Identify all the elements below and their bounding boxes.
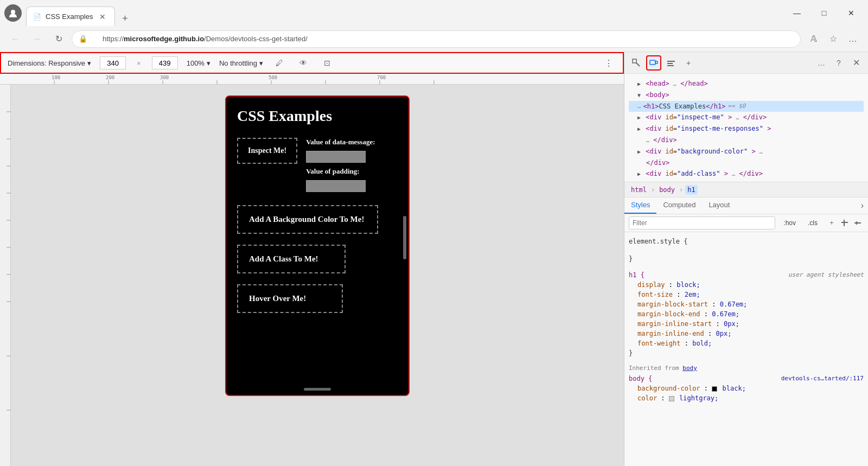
address-input-field[interactable]: 🔒 https://microsoftedge.github.io/Demos/… [72,30,801,48]
browser-window: 📄 CSS Examples ✕ + — □ ✕ ← → ↻ 🔒 https:/… [0,0,868,466]
body-color-line: color : lightgray; [637,393,864,403]
filter-bar: :hov .cls + [624,214,868,232]
dimensions-dropdown-icon: ▾ [87,59,91,67]
device-frame: CSS Examples Inspect Me! Value of data-m… [225,95,410,396]
toolbar-more-button[interactable]: ⋮ [601,55,616,71]
devtools-more-button[interactable]: … [814,55,829,71]
vision-deficiency-button[interactable]: 👁 [296,55,311,71]
add-class-button[interactable]: Add A Class To Me! [237,245,346,273]
add-style-rule-button[interactable]: + [826,217,838,229]
elements-panel-button[interactable] [663,55,679,71]
bg-color-swatch[interactable] [712,386,717,392]
dom-head-line[interactable]: ▶ <head> … </head> [629,78,864,90]
add-class-section: Add A Class To Me! [237,245,398,273]
device-hscrollbar [304,388,331,391]
dom-bg-color-line[interactable]: ▶ <div id="background-color" > … [629,146,864,157]
styles-tab[interactable]: Styles [624,197,656,214]
throttle-dropdown-icon: ▾ [259,59,263,67]
read-aloud-button[interactable]: 𝔸 [805,30,822,48]
minimize-button[interactable]: — [784,4,809,22]
maximize-button[interactable]: □ [812,4,837,22]
breadcrumb-html[interactable]: html [629,185,649,195]
dom-inspect-me-responses-close[interactable]: … </div> [629,135,864,146]
more-tabs-button[interactable]: › [857,197,868,214]
data-message-input [306,151,366,163]
layout-tab[interactable]: Layout [702,197,736,214]
dom-bg-color-close[interactable]: </div> [629,157,864,168]
breadcrumb-h1[interactable]: h1 [685,185,697,195]
color-swatch[interactable] [669,396,674,401]
computed-tab[interactable]: Computed [656,197,702,214]
forward-button[interactable]: → [28,30,46,48]
inspect-me-button[interactable]: Inspect Me! [237,138,297,164]
throttle-select[interactable]: No throttling ▾ [219,59,263,67]
devtools-toolbar: + … ? ✕ [624,52,868,74]
lock-icon: 🔒 [79,35,87,43]
horizontal-ruler: 100 200 300 500 700 [0,74,624,85]
add-bg-color-button[interactable]: Add A Background Color To Me! [237,205,378,234]
svg-text:300: 300 [160,75,169,80]
devtools-close-button[interactable]: ✕ [848,55,864,71]
hov-filter-button[interactable]: :hov [780,218,800,228]
dom-body-triangle: ▼ [637,91,641,100]
h1-font-weight-line: font-weight : bold; [637,339,864,348]
dom-add-class-line[interactable]: ▶ <div id="add-class" > … </div> [629,168,864,180]
device-emulation-button[interactable] [646,55,661,71]
h1-selector: h1 { [629,271,644,279]
breadcrumb-sep-1: › [651,186,655,194]
inherited-body-link[interactable]: body [682,365,697,372]
url-display: https://microsoftedge.github.io/Demos/de… [92,35,308,43]
padding-input [306,180,366,192]
devtools-help-button[interactable]: ? [831,55,846,71]
svg-rect-26 [633,59,636,63]
dimensions-select[interactable]: Dimensions: Responsive ▾ [8,59,91,67]
new-style-rule-button[interactable] [839,217,851,229]
dom-h1-line[interactable]: … <h1> CSS Examples </h1> == $0 [629,101,864,112]
data-message-label: Value of data-message: [306,138,375,146]
dom-inspect-me-responses-line[interactable]: ▶ <div id="inspect-me-responses" > [629,123,864,135]
color-picker-button[interactable]: 🖊 [272,55,287,71]
profile-icon[interactable] [4,4,22,22]
h1-source[interactable]: user agent stylesheet [788,270,864,280]
inspect-element-button[interactable] [629,55,644,71]
breadcrumb-body[interactable]: body [657,185,677,195]
back-button[interactable]: ← [7,30,24,48]
title-bar: 📄 CSS Examples ✕ + — □ ✕ [0,0,868,26]
new-panel-button[interactable]: + [681,55,696,71]
new-tab-button[interactable]: + [117,11,132,26]
refresh-button[interactable]: ↻ [50,30,67,48]
toggle-style-button[interactable] [852,217,864,229]
breadcrumb-sep-2: › [679,186,683,194]
url-protocol: https:// [103,35,124,43]
tab-title: CSS Examples [46,12,93,21]
zoom-label: 100% [187,59,205,67]
favorites-button[interactable]: ☆ [825,30,842,48]
throttle-label: No throttling [219,59,257,67]
element-style-selector: element.style { [629,238,687,245]
body-selector-line: body { devtools-cs…tarted/:117 [629,374,864,384]
width-input[interactable] [100,56,126,69]
active-tab[interactable]: 📄 CSS Examples ✕ [26,7,115,26]
h1-rule: h1 { user agent stylesheet display : blo… [629,270,864,358]
body-source[interactable]: devtools-cs…tarted/:117 [781,374,864,384]
vertical-ruler [0,85,11,466]
dom-inspect-me-line[interactable]: ▶ <div id="inspect-me" > … </div> [629,112,864,123]
styles-filter-input[interactable] [629,216,775,229]
dom-triangle: ▶ [637,79,641,89]
zoom-select[interactable]: 100% ▾ [187,59,210,67]
cls-filter-button[interactable]: .cls [804,218,821,228]
inherited-from-label: Inherited from body [629,365,864,372]
h1-style-body: display : block; font-size : 2em; margin… [629,280,864,348]
emulation-toolbar: Dimensions: Responsive ▾ × 100% ▾ No thr… [0,52,624,74]
dom-tree: ▶ <head> … </head> ▼ <body> … <h1> CSS E… [624,74,868,182]
body-bg-color-line: background-color : black; [637,384,864,393]
orientation-button[interactable]: ⊡ [320,55,335,71]
close-button[interactable]: ✕ [839,4,864,22]
hover-button[interactable]: Hover Over Me! [237,284,343,313]
dom-body-line[interactable]: ▼ <body> [629,90,864,101]
tab-close-button[interactable]: ✕ [97,11,108,22]
height-input[interactable] [152,56,178,69]
more-tools-button[interactable]: … [844,30,861,48]
dimensions-label: Dimensions: Responsive [8,59,85,67]
styles-content: element.style { } h1 { user agent styles… [624,232,868,466]
